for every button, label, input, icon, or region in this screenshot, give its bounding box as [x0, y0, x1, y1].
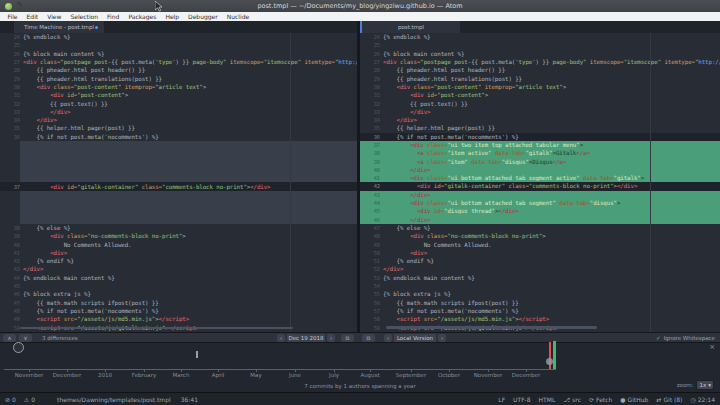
- code-line[interactable]: 50 <div>: [360, 249, 720, 257]
- code-line[interactable]: 32 {{ post.text() }}: [360, 99, 720, 107]
- status-git-8-[interactable]: ⇄Git (8): [656, 396, 682, 403]
- code-line[interactable]: 35 {{ helper.html_pager(post) }}: [0, 124, 357, 132]
- code-line[interactable]: 43</div>: [0, 265, 357, 273]
- code-line[interactable]: 39 <a class="item" data-tab="disqus">Dis…: [360, 157, 720, 165]
- file-path[interactable]: themes/Dawning/templates/post.tmpl: [57, 396, 171, 403]
- code-line[interactable]: 37 <div class="ui two item top attached …: [360, 141, 720, 149]
- code-line[interactable]: 42 {% endif %}: [0, 257, 357, 265]
- code-line[interactable]: 48 {% if not post.meta('nocomments') %}: [0, 307, 357, 315]
- code-line[interactable]: 47 {% else %}: [360, 224, 720, 232]
- code-line[interactable]: 54: [360, 282, 720, 290]
- code-line[interactable]: 42 <div id="gitalk-container" class="com…: [360, 182, 720, 190]
- selected-commit-dot[interactable]: [546, 358, 553, 365]
- code-line[interactable]: 28 {{ pheader.html_post_header() }}: [0, 66, 357, 74]
- code-line[interactable]: 37 <div id="gitalk-container" class="com…: [0, 182, 357, 190]
- revert-left-button[interactable]: ⧉: [341, 334, 354, 342]
- tab-post-tmpl[interactable]: post.tmpl: [362, 21, 460, 33]
- menu-find[interactable]: Find: [103, 12, 124, 21]
- editor-current[interactable]: 24{% endblock %}2526{% block main_conten…: [360, 33, 720, 332]
- code-line[interactable]: 25: [0, 41, 357, 49]
- code-line[interactable]: 24{% endblock %}: [360, 33, 720, 41]
- code-line[interactable]: 40 </div>: [360, 166, 720, 174]
- code-line[interactable]: 31 <div id="post-content">: [0, 91, 357, 99]
- status-src[interactable]: ⎇src: [563, 396, 581, 403]
- prev-version-button[interactable]: ‹: [384, 334, 392, 342]
- horizontal-scrollbar[interactable]: [20, 327, 293, 329]
- code-line[interactable]: 29 {{ pheader.html_translations(post) }}: [0, 74, 357, 82]
- horizontal-scrollbar[interactable]: [386, 326, 597, 329]
- code-line[interactable]: 49 No Comments Allowed.: [360, 240, 720, 248]
- code-line[interactable]: 26{% block main_content %}: [0, 50, 357, 58]
- code-line[interactable]: 40 No Comments Allowed.: [0, 240, 357, 248]
- code-line[interactable]: 51 {% endif %}: [360, 257, 720, 265]
- status-lf[interactable]: LF: [498, 396, 505, 403]
- commit-timeline-plot[interactable]: × 7 commits by 1 authors spanning a year…: [0, 343, 720, 392]
- window-button[interactable]: [5, 3, 12, 10]
- code-line[interactable]: 30 <div class="post-content" itemprop="a…: [360, 83, 720, 91]
- menu-selection[interactable]: Selection: [66, 12, 103, 21]
- code-line[interactable]: 43 </div>: [360, 191, 720, 199]
- code-line[interactable]: 49 <script src="/assets/js/md5.min.js"><…: [0, 315, 357, 323]
- code-line[interactable]: 41 <div class="ui bottom attached tab se…: [360, 174, 720, 182]
- menu-help[interactable]: Help: [161, 12, 184, 21]
- warning-count[interactable]: ⚠ 0: [24, 396, 35, 403]
- status-22-14[interactable]: ◷22:14: [690, 396, 715, 403]
- editor-historical[interactable]: 24{% endblock %}2526{% block main_conten…: [0, 33, 357, 332]
- code-line[interactable]: 29 {{ pheader.html_translations(post) }}: [360, 74, 720, 82]
- code-line[interactable]: 53{% endblock main_content %}: [360, 274, 720, 282]
- code-line[interactable]: 25: [360, 41, 720, 49]
- code-line[interactable]: 35 {{ helper.html_pager(post) }}: [360, 124, 720, 132]
- code-line[interactable]: 34 </div>: [360, 116, 720, 124]
- zoom-select[interactable]: 1x ▾: [696, 380, 714, 390]
- next-diff-button[interactable]: ∨: [19, 334, 32, 342]
- status-fetch[interactable]: ⟳Fetch: [589, 396, 612, 403]
- code-line[interactable]: 36 {% if not post.meta('nocomments') %}: [0, 133, 357, 141]
- code-line[interactable]: 33 </div>: [0, 108, 357, 116]
- code-line[interactable]: 58 <script src="/assets/js/md5.min.js"><…: [360, 315, 720, 323]
- code-line[interactable]: 46{% block extra_js %}: [0, 290, 357, 298]
- next-version-button[interactable]: ›: [438, 334, 446, 342]
- menu-edit[interactable]: Edit: [22, 12, 43, 21]
- code-line[interactable]: 38 <a class="item active" data-tab="gita…: [360, 149, 720, 157]
- code-line[interactable]: 34 </div>: [0, 116, 357, 124]
- code-line[interactable]: 47 {{ math.math_scripts_ifpost(post) }}: [0, 299, 357, 307]
- additions-bar[interactable]: [553, 341, 556, 369]
- commit-bubble[interactable]: [13, 342, 24, 353]
- status-utf-8[interactable]: UTF-8: [513, 396, 531, 403]
- code-line[interactable]: 48 <div class="no-comments-block no-prin…: [360, 232, 720, 240]
- code-line[interactable]: 31 <div id="post-content">: [360, 91, 720, 99]
- ignore-whitespace-toggle[interactable]: ✓ Ignore Whitespace: [656, 335, 715, 341]
- code-line[interactable]: 41 <div>: [0, 249, 357, 257]
- code-line[interactable]: 38 {% else %}: [0, 224, 357, 232]
- status-github[interactable]: ●GitHub: [620, 396, 648, 403]
- menu-nuclide[interactable]: Nuclide: [222, 12, 253, 21]
- code-line[interactable]: 28 {{ pheader.html_post_header() }}: [360, 66, 720, 74]
- prev-diff-button[interactable]: ∧: [3, 334, 16, 342]
- code-line[interactable]: 45: [0, 282, 357, 290]
- code-line[interactable]: 44 <div class="ui bottom attached tab se…: [360, 199, 720, 207]
- status-html[interactable]: HTML: [539, 396, 556, 403]
- error-count[interactable]: ⊘ 0: [5, 396, 16, 403]
- code-line[interactable]: 27<div class="postpage post-{{ post.meta…: [360, 58, 720, 66]
- menu-view[interactable]: View: [43, 12, 66, 21]
- close-icon[interactable]: ×: [709, 344, 715, 351]
- code-line[interactable]: 32 {{ post.text() }}: [0, 99, 357, 107]
- revert-right-button[interactable]: ⧉: [362, 334, 375, 342]
- code-line[interactable]: 52</div>: [360, 265, 720, 273]
- code-line[interactable]: 45 <div id="disqus_thread"></div>: [360, 207, 720, 215]
- next-commit-button[interactable]: ›: [327, 334, 335, 342]
- code-line[interactable]: 46 </div>: [360, 216, 720, 224]
- tab-time-machine[interactable]: Time Machine - post.tmpl: [14, 21, 104, 33]
- code-line[interactable]: 27<div class="postpage post-{{ post.meta…: [0, 58, 357, 66]
- menu-packages[interactable]: Packages: [124, 12, 161, 21]
- code-line[interactable]: 39 <div class="no-comments-block no-prin…: [0, 232, 357, 240]
- code-line[interactable]: 36 {% if not post.meta('nocomments') %}: [360, 133, 720, 141]
- code-line[interactable]: 57 {% if not post.meta('nocomments') %}: [360, 307, 720, 315]
- menu-debugger[interactable]: Debugger: [184, 12, 223, 21]
- menu-file[interactable]: File: [3, 12, 22, 21]
- code-line[interactable]: 26{% block main_content %}: [360, 50, 720, 58]
- commit-marker[interactable]: [196, 351, 198, 358]
- code-line[interactable]: 56 {{ math.math_scripts_ifpost(post) }}: [360, 299, 720, 307]
- code-line[interactable]: 24{% endblock %}: [0, 33, 357, 41]
- code-line[interactable]: 33 </div>: [360, 108, 720, 116]
